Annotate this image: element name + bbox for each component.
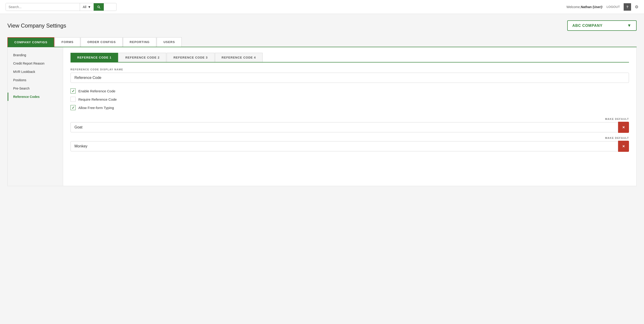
search-icon (97, 5, 100, 9)
delete-goat-button[interactable]: × (618, 122, 629, 133)
ref-code-tabs: REFERENCE CODE 1 REFERENCE CODE 2 REFERE… (70, 53, 629, 63)
display-name-section: REFERENCE CODE DISPLAY NAME (70, 68, 629, 83)
settings-icon[interactable]: ⚙ (635, 5, 638, 10)
user-name: Nathan (User) (581, 5, 602, 9)
page-header: View Company Settings ABC COMPANY ▼ (8, 20, 636, 31)
checkmark-icon-2: ✓ (72, 105, 75, 110)
sidebar-item-positions[interactable]: Positions (8, 76, 63, 84)
search-filter-label: All (83, 5, 86, 9)
company-name: ABC COMPANY (572, 24, 602, 28)
tab-users[interactable]: USERS (157, 37, 182, 47)
checkbox-group: ✓ Enable Reference Code Require Referenc… (70, 88, 629, 110)
welcome-text: Welcome,Nathan (User)! (566, 5, 603, 9)
display-name-label: REFERENCE CODE DISPLAY NAME (70, 68, 629, 71)
checkbox-require: Require Reference Code (70, 97, 629, 102)
page: View Company Settings ABC COMPANY ▼ COMP… (0, 14, 644, 193)
ref-tab-3[interactable]: REFERENCE CODE 3 (167, 53, 214, 62)
main-content: REFERENCE CODE 1 REFERENCE CODE 2 REFERE… (63, 47, 636, 186)
sidebar-item-reference-codes[interactable]: Reference Codes (8, 93, 63, 101)
checkbox-freeform: ✓ Allow Free-form Typing (70, 105, 629, 110)
sidebar-item-pre-search[interactable]: Pre-Search (8, 84, 63, 93)
search-bar[interactable]: All ▼ (6, 3, 116, 11)
page-title: View Company Settings (8, 23, 66, 29)
tab-forms[interactable]: FORMS (55, 37, 80, 47)
checkbox-enable: ✓ Enable Reference Code (70, 88, 629, 93)
tab-company-configs[interactable]: COMPANY CONFIGS (8, 37, 54, 47)
sidebar-item-mvr-lookback[interactable]: MVR Lookback (8, 68, 63, 76)
code-item-goat-wrapper: MAKE DEFAULT × (70, 118, 629, 133)
make-default-label-1: MAKE DEFAULT (70, 118, 629, 120)
search-button[interactable] (94, 3, 104, 11)
code-item-goat-row: × (70, 122, 629, 133)
require-reference-code-checkbox[interactable] (70, 97, 76, 102)
ref-tab-1[interactable]: REFERENCE CODE 1 (70, 53, 118, 62)
logout-button[interactable]: LOGOUT (606, 5, 620, 9)
code-item-monkey-wrapper: MAKE DEFAULT × (70, 136, 629, 152)
tab-reporting[interactable]: REPORTING (123, 37, 156, 47)
tab-order-configs[interactable]: ORDER CONFIGS (81, 37, 122, 47)
delete-monkey-button[interactable]: × (618, 141, 629, 152)
header: All ▼ Welcome,Nathan (User)! LOGOUT ? ⚙ (0, 0, 644, 14)
enable-reference-code-checkbox[interactable]: ✓ (70, 88, 76, 93)
checkmark-icon: ✓ (72, 89, 75, 93)
display-name-input[interactable] (70, 73, 629, 83)
sidebar-item-credit-report-reason[interactable]: Credit Report Reason (8, 59, 63, 68)
allow-freeform-typing-checkbox[interactable]: ✓ (70, 105, 76, 110)
sidebar-item-branding[interactable]: Branding (8, 51, 63, 59)
search-input[interactable] (6, 3, 80, 11)
allow-freeform-typing-label: Allow Free-form Typing (78, 106, 114, 110)
header-right: Welcome,Nathan (User)! LOGOUT ? ⚙ (566, 3, 638, 11)
sidebar: Branding Credit Report Reason MVR Lookba… (8, 47, 63, 186)
code-item-monkey-row: × (70, 141, 629, 152)
chevron-down-icon: ▼ (627, 23, 632, 28)
code-item-goat-input[interactable] (70, 122, 618, 132)
company-selector[interactable]: ABC COMPANY ▼ (567, 20, 636, 31)
main-tabs: COMPANY CONFIGS FORMS ORDER CONFIGS REPO… (8, 37, 636, 47)
help-button[interactable]: ? (624, 3, 631, 11)
enable-reference-code-label: Enable Reference Code (78, 89, 115, 93)
ref-tab-4[interactable]: REFERENCE CODE 4 (215, 53, 262, 62)
require-reference-code-label: Require Reference Code (78, 97, 117, 101)
chevron-down-icon: ▼ (88, 5, 91, 9)
ref-tab-2[interactable]: REFERENCE CODE 2 (118, 53, 166, 62)
make-default-label-2: MAKE DEFAULT (70, 136, 629, 139)
search-filter-dropdown[interactable]: All ▼ (80, 3, 94, 11)
content-area: Branding Credit Report Reason MVR Lookba… (8, 47, 636, 186)
code-item-monkey-input[interactable] (70, 141, 618, 151)
